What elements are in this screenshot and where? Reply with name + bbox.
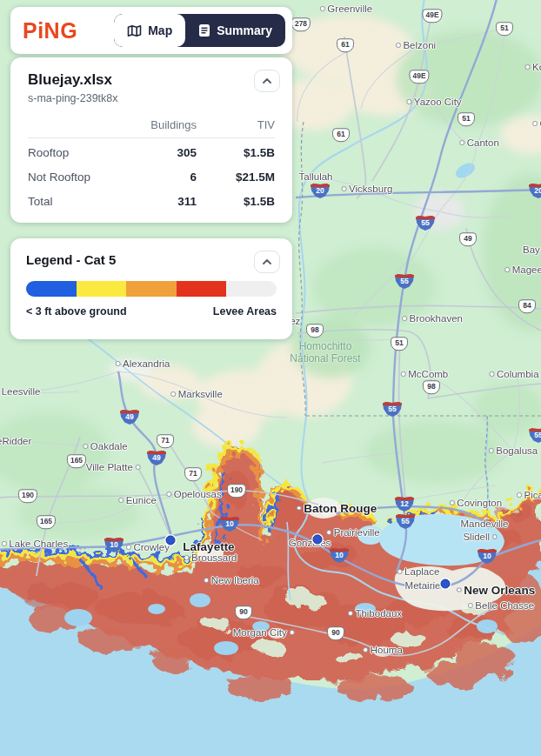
collapse-legend-panel-button[interactable] <box>254 251 280 273</box>
map-city-label: Picayune <box>517 490 541 500</box>
map-city-label: Magee <box>504 264 541 275</box>
us-route-shield: 190 <box>18 489 37 503</box>
collapse-file-panel-button[interactable] <box>254 70 280 92</box>
city-dot <box>396 43 401 48</box>
map-city-label: Leesville <box>2 386 41 397</box>
chevron-up-icon <box>263 78 271 84</box>
legend-segment-deep-water-blue <box>26 281 77 297</box>
city-dot <box>342 186 347 191</box>
city-dot <box>118 498 124 503</box>
us-route-shield: 49E <box>409 70 429 84</box>
map-city-label: Mandeville <box>461 518 509 529</box>
us-route-shield: 84 <box>518 299 536 313</box>
city-dot <box>517 492 522 498</box>
city-dot <box>459 140 464 145</box>
city-dot <box>504 267 510 272</box>
interstate-shield: 49 <box>120 409 139 425</box>
interstate-shield: 10 <box>330 547 349 563</box>
map-city-label: Opelousas <box>166 489 221 499</box>
chevron-up-icon <box>263 259 271 264</box>
city-dot <box>402 316 407 321</box>
map-city-label: Laplace <box>397 566 440 577</box>
city-dot <box>166 492 171 497</box>
city-dot <box>450 500 455 505</box>
map-city-label: Ville Platte <box>86 462 141 472</box>
us-route-shield: 61 <box>337 38 354 52</box>
legend-segment-levee-gray <box>226 281 277 297</box>
map-city-label: Alexandria <box>116 358 170 369</box>
legend-segment-severe-red <box>177 281 227 297</box>
city-dot <box>326 530 331 535</box>
interstate-shield: 55 <box>383 401 402 417</box>
view-toggle: Map Summary <box>114 14 285 47</box>
app-window: GreenvilleBelzoniYazoo CityCantonKoscius… <box>0 0 541 756</box>
city-dot <box>525 64 531 70</box>
map-city-label: Oakdale <box>83 441 127 452</box>
tab-map-label: Map <box>148 23 172 37</box>
table-header: Buildings TIV <box>28 118 275 131</box>
legend-segment-moderate-orange <box>126 281 177 297</box>
city-dot <box>468 603 473 608</box>
us-route-shield: 165 <box>37 515 56 529</box>
city-dot <box>397 569 403 574</box>
us-route-shield: 71 <box>157 434 174 448</box>
map-city-label: Vicksburg <box>342 184 393 194</box>
map-city-label: Houma <box>363 645 403 655</box>
city-dot <box>406 99 411 104</box>
city-dot <box>116 361 121 366</box>
city-dot <box>457 587 462 592</box>
header-bar: PiNG Map Summary <box>10 7 292 54</box>
us-route-shield: 98 <box>306 324 324 338</box>
interstate-shield: 10 <box>478 548 497 564</box>
us-route-shield: 278 <box>291 17 311 31</box>
city-dot <box>532 121 538 126</box>
gonzales-marker[interactable] <box>313 535 323 545</box>
map-city-label: Prairieville <box>326 527 380 538</box>
legend-segment-shallow-yellow <box>77 281 127 297</box>
legend-color-bar <box>26 281 277 297</box>
map-city-label: Belzoni <box>396 40 436 50</box>
city-dot <box>297 505 302 511</box>
interstate-shield: 55 <box>529 427 541 443</box>
metairie-marker[interactable] <box>441 579 451 589</box>
us-route-shield: 49 <box>459 232 477 246</box>
map-city-label: Slidell <box>463 532 497 542</box>
map-city-label: Thibodaux <box>348 608 402 619</box>
city-dot <box>83 444 88 449</box>
city-dot <box>489 371 494 377</box>
legend-right-label: Levee Areas <box>213 305 277 318</box>
table-row: Rooftop305$1.5B <box>28 140 275 164</box>
city-dot <box>363 647 368 652</box>
map-city-label: Covington <box>450 498 502 508</box>
us-route-shield: 98 <box>423 380 440 394</box>
us-route-shield: 71 <box>184 467 202 481</box>
us-route-shield: 165 <box>67 454 86 468</box>
map-city-label: Bogalusa <box>489 445 538 456</box>
map-city-label: Bay Springs <box>523 244 541 255</box>
tab-map[interactable]: Map <box>114 14 185 47</box>
tab-summary[interactable]: Summary <box>185 14 285 47</box>
us-route-shield: 51 <box>496 22 513 36</box>
city-dot <box>136 465 141 470</box>
interstate-shield: 55 <box>416 215 435 231</box>
map-city-label: Belle Chasse <box>468 600 534 611</box>
tab-summary-label: Summary <box>217 23 272 37</box>
map-city-label: New Iberia <box>204 575 258 585</box>
city-dot <box>492 534 498 539</box>
legend-title: Legend - Cat 5 <box>26 252 277 267</box>
summary-table-body: Rooftop305$1.5BNot Rooftop6$21.5MTotal31… <box>28 140 275 213</box>
map-city-label: Baton Rouge <box>297 502 377 515</box>
table-row: Total311$1.5B <box>28 189 275 213</box>
city-dot <box>2 541 7 546</box>
lafayette-marker[interactable] <box>166 536 176 545</box>
city-dot <box>348 611 353 616</box>
map-city-label: Carthage <box>532 118 541 129</box>
map-city-label: Columbia <box>489 369 538 379</box>
city-dot <box>489 448 494 453</box>
map-city-label: McComb <box>401 369 449 379</box>
us-route-shield: 49E <box>422 9 442 23</box>
interstate-shield: 12 <box>395 496 414 512</box>
file-summary-panel: Bluejay.xlsx s-ma-ping-239tk8x Buildings… <box>10 57 292 223</box>
map-icon <box>127 24 142 37</box>
map-city-label: Brookhaven <box>402 313 463 324</box>
